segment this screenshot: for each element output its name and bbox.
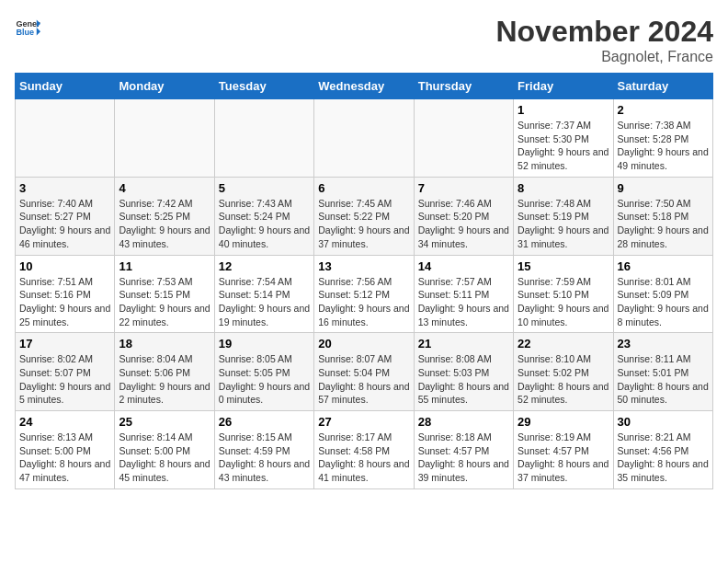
day-number: 12	[219, 259, 310, 273]
day-number: 15	[518, 259, 609, 273]
calendar-cell: 12Sunrise: 7:54 AM Sunset: 5:14 PM Dayli…	[214, 255, 313, 333]
day-number: 16	[618, 259, 709, 273]
calendar-table: SundayMondayTuesdayWednesdayThursdayFrid…	[15, 73, 713, 489]
day-info: Sunrise: 7:59 AM Sunset: 5:10 PM Dayligh…	[518, 275, 609, 329]
day-info: Sunrise: 8:02 AM Sunset: 5:07 PM Dayligh…	[19, 352, 110, 407]
day-number: 6	[318, 181, 409, 195]
day-info: Sunrise: 7:56 AM Sunset: 5:12 PM Dayligh…	[318, 275, 409, 329]
day-number: 18	[119, 337, 210, 350]
day-info: Sunrise: 8:18 AM Sunset: 4:57 PM Dayligh…	[418, 431, 509, 485]
day-info: Sunrise: 7:45 AM Sunset: 5:22 PM Dayligh…	[318, 197, 409, 251]
day-info: Sunrise: 8:14 AM Sunset: 5:00 PM Dayligh…	[119, 431, 210, 485]
day-info: Sunrise: 8:11 AM Sunset: 5:01 PM Dayligh…	[618, 352, 709, 407]
calendar-week-row: 1Sunrise: 7:37 AM Sunset: 5:30 PM Daylig…	[16, 99, 713, 178]
weekday-header: Sunday	[16, 74, 115, 99]
day-info: Sunrise: 8:15 AM Sunset: 4:59 PM Dayligh…	[219, 431, 310, 485]
day-info: Sunrise: 7:48 AM Sunset: 5:19 PM Dayligh…	[518, 197, 609, 251]
day-number: 30	[618, 415, 709, 429]
calendar-cell: 13Sunrise: 7:56 AM Sunset: 5:12 PM Dayli…	[314, 255, 414, 333]
calendar-cell: 29Sunrise: 8:19 AM Sunset: 4:57 PM Dayli…	[514, 411, 613, 489]
day-number: 4	[119, 181, 210, 195]
day-info: Sunrise: 7:38 AM Sunset: 5:28 PM Dayligh…	[618, 119, 709, 173]
calendar-cell: 28Sunrise: 8:18 AM Sunset: 4:57 PM Dayli…	[414, 411, 513, 489]
calendar-cell: 2Sunrise: 7:38 AM Sunset: 5:28 PM Daylig…	[613, 99, 712, 178]
day-number: 1	[518, 103, 609, 117]
calendar-cell: 5Sunrise: 7:43 AM Sunset: 5:24 PM Daylig…	[214, 177, 313, 255]
day-number: 24	[19, 415, 110, 429]
day-number: 11	[119, 259, 210, 273]
day-info: Sunrise: 7:53 AM Sunset: 5:15 PM Dayligh…	[119, 275, 210, 329]
calendar-week-row: 10Sunrise: 7:51 AM Sunset: 5:16 PM Dayli…	[16, 255, 713, 333]
day-info: Sunrise: 8:08 AM Sunset: 5:03 PM Dayligh…	[418, 352, 509, 407]
day-info: Sunrise: 7:50 AM Sunset: 5:18 PM Dayligh…	[618, 197, 709, 251]
calendar-cell: 30Sunrise: 8:21 AM Sunset: 4:56 PM Dayli…	[613, 411, 712, 489]
day-number: 17	[19, 337, 110, 350]
weekday-header: Saturday	[613, 74, 712, 99]
calendar-cell: 16Sunrise: 8:01 AM Sunset: 5:09 PM Dayli…	[613, 255, 712, 333]
day-number: 28	[418, 415, 509, 429]
day-info: Sunrise: 8:19 AM Sunset: 4:57 PM Dayligh…	[518, 431, 609, 485]
day-number: 10	[19, 259, 110, 273]
day-info: Sunrise: 8:10 AM Sunset: 5:02 PM Dayligh…	[518, 352, 609, 407]
weekday-header: Monday	[115, 74, 214, 99]
day-info: Sunrise: 7:46 AM Sunset: 5:20 PM Dayligh…	[418, 197, 509, 251]
calendar-week-row: 17Sunrise: 8:02 AM Sunset: 5:07 PM Dayli…	[16, 333, 713, 411]
day-number: 5	[219, 181, 310, 195]
calendar-cell: 26Sunrise: 8:15 AM Sunset: 4:59 PM Dayli…	[214, 411, 313, 489]
calendar-cell: 15Sunrise: 7:59 AM Sunset: 5:10 PM Dayli…	[514, 255, 613, 333]
calendar-cell: 1Sunrise: 7:37 AM Sunset: 5:30 PM Daylig…	[514, 99, 613, 178]
day-number: 14	[418, 259, 509, 273]
day-info: Sunrise: 7:42 AM Sunset: 5:25 PM Dayligh…	[119, 197, 210, 251]
day-number: 25	[119, 415, 210, 429]
day-number: 29	[518, 415, 609, 429]
day-number: 13	[318, 259, 409, 273]
calendar-cell: 9Sunrise: 7:50 AM Sunset: 5:18 PM Daylig…	[613, 177, 712, 255]
day-info: Sunrise: 7:51 AM Sunset: 5:16 PM Dayligh…	[19, 275, 110, 329]
calendar-cell	[314, 99, 414, 178]
calendar-cell: 18Sunrise: 8:04 AM Sunset: 5:06 PM Dayli…	[115, 333, 214, 411]
day-number: 19	[219, 337, 310, 350]
day-number: 20	[318, 337, 409, 350]
calendar-week-row: 24Sunrise: 8:13 AM Sunset: 5:00 PM Dayli…	[16, 411, 713, 489]
calendar-header-row: SundayMondayTuesdayWednesdayThursdayFrid…	[16, 74, 713, 99]
calendar-cell: 27Sunrise: 8:17 AM Sunset: 4:58 PM Dayli…	[314, 411, 414, 489]
svg-text:Blue: Blue	[16, 28, 34, 37]
calendar-cell: 6Sunrise: 7:45 AM Sunset: 5:22 PM Daylig…	[314, 177, 414, 255]
day-number: 2	[618, 103, 709, 117]
calendar-cell: 19Sunrise: 8:05 AM Sunset: 5:05 PM Dayli…	[214, 333, 313, 411]
calendar-cell: 24Sunrise: 8:13 AM Sunset: 5:00 PM Dayli…	[16, 411, 115, 489]
calendar-cell: 23Sunrise: 8:11 AM Sunset: 5:01 PM Dayli…	[613, 333, 712, 411]
day-number: 9	[618, 181, 709, 195]
location: Bagnolet, France	[495, 49, 713, 65]
day-info: Sunrise: 8:04 AM Sunset: 5:06 PM Dayligh…	[119, 352, 210, 407]
calendar-cell: 22Sunrise: 8:10 AM Sunset: 5:02 PM Dayli…	[514, 333, 613, 411]
calendar-cell: 3Sunrise: 7:40 AM Sunset: 5:27 PM Daylig…	[16, 177, 115, 255]
day-number: 21	[418, 337, 509, 350]
calendar-week-row: 3Sunrise: 7:40 AM Sunset: 5:27 PM Daylig…	[16, 177, 713, 255]
calendar-cell: 7Sunrise: 7:46 AM Sunset: 5:20 PM Daylig…	[414, 177, 513, 255]
logo: General Blue	[15, 15, 40, 40]
day-info: Sunrise: 7:43 AM Sunset: 5:24 PM Dayligh…	[219, 197, 310, 251]
logo-icon: General Blue	[15, 15, 40, 40]
calendar-cell	[115, 99, 214, 178]
title-block: November 2024 Bagnolet, France	[495, 15, 713, 65]
calendar-cell: 11Sunrise: 7:53 AM Sunset: 5:15 PM Dayli…	[115, 255, 214, 333]
weekday-header: Wednesday	[314, 74, 414, 99]
calendar-cell: 17Sunrise: 8:02 AM Sunset: 5:07 PM Dayli…	[16, 333, 115, 411]
day-info: Sunrise: 8:17 AM Sunset: 4:58 PM Dayligh…	[318, 431, 409, 485]
day-number: 23	[618, 337, 709, 350]
calendar-cell: 21Sunrise: 8:08 AM Sunset: 5:03 PM Dayli…	[414, 333, 513, 411]
day-number: 22	[518, 337, 609, 350]
calendar-cell	[414, 99, 513, 178]
day-number: 26	[219, 415, 310, 429]
calendar-cell: 25Sunrise: 8:14 AM Sunset: 5:00 PM Dayli…	[115, 411, 214, 489]
day-info: Sunrise: 7:40 AM Sunset: 5:27 PM Dayligh…	[19, 197, 110, 251]
day-number: 27	[318, 415, 409, 429]
calendar-cell: 20Sunrise: 8:07 AM Sunset: 5:04 PM Dayli…	[314, 333, 414, 411]
weekday-header: Tuesday	[214, 74, 313, 99]
month-title: November 2024	[495, 15, 713, 49]
calendar-cell: 4Sunrise: 7:42 AM Sunset: 5:25 PM Daylig…	[115, 177, 214, 255]
day-info: Sunrise: 7:57 AM Sunset: 5:11 PM Dayligh…	[418, 275, 509, 329]
day-info: Sunrise: 8:21 AM Sunset: 4:56 PM Dayligh…	[618, 431, 709, 485]
day-info: Sunrise: 7:54 AM Sunset: 5:14 PM Dayligh…	[219, 275, 310, 329]
